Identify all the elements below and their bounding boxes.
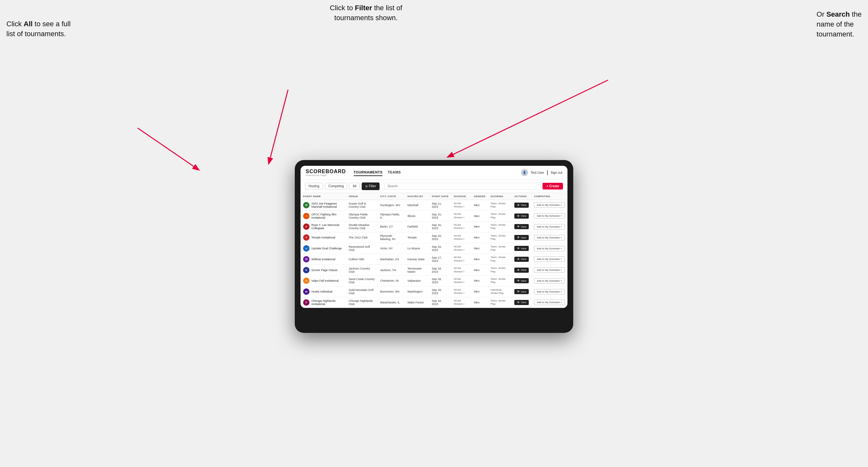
add-schedule-button-9[interactable]: Add to My Schedule + (534, 300, 565, 305)
toolbar: Hosting Competing All Filter + Create (301, 180, 567, 193)
view-button-6[interactable]: 👁 View (514, 268, 529, 273)
cell-gender-0: Men (471, 200, 488, 211)
cell-actions-3: 👁 View (512, 232, 531, 243)
team-logo-9: C (303, 299, 310, 306)
eye-icon-0: 👁 (517, 204, 520, 207)
view-button-7[interactable]: 👁 View (514, 278, 529, 283)
col-competing: COMPETING (531, 193, 567, 200)
cell-scoring-0: Team, Stroke Play (488, 200, 512, 211)
view-button-3[interactable]: 👁 View (514, 235, 529, 240)
cell-date-0: Sep 11, 2023 (429, 200, 451, 211)
add-schedule-button-6[interactable]: Add to My Schedule + (534, 267, 565, 273)
team-logo-4: U (303, 245, 310, 252)
view-button-0[interactable]: 👁 View (514, 203, 529, 208)
table-row: U Upstate Dual Challenge Ravenwood Golf … (301, 243, 567, 254)
event-name-9: Chicago Highlands Invitational (311, 299, 343, 306)
event-name-3: Temple Invitational (311, 236, 335, 239)
cell-gender-5: Men (471, 254, 488, 265)
cell-date-9: Sep 18, 2023 (429, 297, 451, 308)
table-row: V Valpo Fall Invitational Sand Creek Cou… (301, 275, 567, 286)
add-schedule-button-4[interactable]: Add to My Schedule + (534, 246, 565, 251)
filter-button[interactable]: Filter (362, 182, 379, 190)
cell-scoring-2: Team, Stroke Play (488, 221, 512, 232)
cell-actions-6: 👁 View (512, 265, 531, 276)
cell-division-2: NCAA Division I (451, 221, 471, 232)
nav-tab-teams[interactable]: TEAMS (388, 169, 401, 176)
team-logo-8: W (303, 288, 310, 295)
cell-hosted-5: Kansas State (405, 254, 429, 265)
cell-division-1: NCAA Division I (451, 211, 471, 221)
nav-tab-tournaments[interactable]: TOURNAMENTS (354, 169, 383, 176)
cell-competing-4: Add to My Schedule + (531, 243, 567, 254)
create-button[interactable]: + Create (542, 183, 563, 189)
cell-date-1: Sep 15, 2023 (429, 211, 451, 221)
add-schedule-button-5[interactable]: Add to My Schedule + (534, 256, 565, 262)
cell-hosted-0: Marshall (405, 200, 429, 211)
view-button-8[interactable]: 👁 View (514, 289, 529, 294)
team-logo-1: I (303, 213, 310, 219)
cell-city-7: Chesterton, IN (377, 275, 405, 286)
event-name-0: 2023 Joe Feaganes Marshall Invitational (311, 202, 343, 208)
cell-division-6: NCAA Division I (451, 265, 471, 276)
eye-icon-5: 👁 (517, 258, 520, 261)
view-button-2[interactable]: 👁 View (514, 224, 529, 229)
table-header-row: EVENT NAME VENUE CITY, STATE HOSTED BY S… (301, 193, 567, 200)
team-logo-0: M (303, 202, 310, 208)
signout-link[interactable]: Sign out (551, 171, 562, 175)
cell-actions-4: 👁 View (512, 243, 531, 254)
team-logo-3: T (303, 234, 310, 241)
cell-venue-2: Shuttle Meadow Country Club (346, 221, 377, 232)
cell-event-name-6: G Grover Page Classic (301, 265, 346, 276)
cell-hosted-8: Washington (405, 286, 429, 297)
tab-all[interactable]: All (349, 183, 360, 189)
cell-city-5: Manhattan, KS (377, 254, 405, 265)
cell-competing-1: Add to My Schedule + (531, 211, 567, 221)
annotation-center: Click to Filter the list oftournaments s… (330, 3, 402, 23)
cell-gender-2: Men (471, 221, 488, 232)
cell-competing-0: Add to My Schedule + (531, 200, 567, 211)
search-box (384, 183, 541, 189)
cell-city-8: Bremerton, WA (377, 286, 405, 297)
view-button-4[interactable]: 👁 View (514, 246, 529, 251)
svg-line-2 (448, 80, 608, 157)
cell-gender-1: Men (471, 211, 488, 221)
tournaments-table: EVENT NAME VENUE CITY, STATE HOSTED BY S… (301, 193, 567, 308)
view-button-5[interactable]: 👁 View (514, 257, 529, 262)
cell-city-9: Westchester, IL (377, 297, 405, 308)
cell-city-6: Jackson, TN (377, 265, 405, 276)
cell-city-2: Berlin, CT (377, 221, 405, 232)
search-input[interactable] (384, 183, 541, 189)
cell-event-name-4: U Upstate Dual Challenge (301, 243, 346, 254)
cell-actions-1: 👁 View (512, 211, 531, 221)
view-button-1[interactable]: 👁 View (514, 214, 529, 219)
col-gender: GENDER (471, 193, 488, 200)
add-schedule-button-1[interactable]: Add to My Schedule + (534, 213, 565, 219)
add-schedule-button-7[interactable]: Add to My Schedule + (534, 278, 565, 284)
cell-gender-9: Men (471, 297, 488, 308)
tablet-frame: SCOREBOARD Powered by clippd TOURNAMENTS… (295, 160, 573, 333)
header-separator: | (547, 169, 548, 176)
cell-division-4: NCAA Division I (451, 243, 471, 254)
team-logo-5: W (303, 256, 310, 262)
cell-hosted-2: Fairfield (405, 221, 429, 232)
tab-competing[interactable]: Competing (325, 183, 347, 189)
cell-city-3: Plymouth Meeting, PA (377, 232, 405, 243)
view-button-9[interactable]: 👁 View (514, 300, 529, 305)
cell-venue-5: Colbert Hills (346, 254, 377, 265)
table-row: W Wildcat Invitational Colbert Hills Man… (301, 254, 567, 265)
cell-competing-5: Add to My Schedule + (531, 254, 567, 265)
cell-city-0: Huntington, WV (377, 200, 405, 211)
cell-city-4: Victor, NY (377, 243, 405, 254)
add-schedule-button-0[interactable]: Add to My Schedule + (534, 202, 565, 208)
add-schedule-button-3[interactable]: Add to My Schedule + (534, 235, 565, 240)
cell-actions-9: 👁 View (512, 297, 531, 308)
add-schedule-button-2[interactable]: Add to My Schedule + (534, 224, 565, 229)
brand-name: SCOREBOARD (306, 169, 346, 174)
cell-division-9: NCAA Division I (451, 297, 471, 308)
add-schedule-button-8[interactable]: Add to My Schedule + (534, 289, 565, 294)
tab-hosting[interactable]: Hosting (305, 183, 323, 189)
cell-venue-3: The 1912 Club (346, 232, 377, 243)
cell-division-5: NCAA Division I (451, 254, 471, 265)
col-event-name: EVENT NAME (301, 193, 346, 200)
cell-event-name-9: C Chicago Highlands Invitational (301, 297, 346, 308)
